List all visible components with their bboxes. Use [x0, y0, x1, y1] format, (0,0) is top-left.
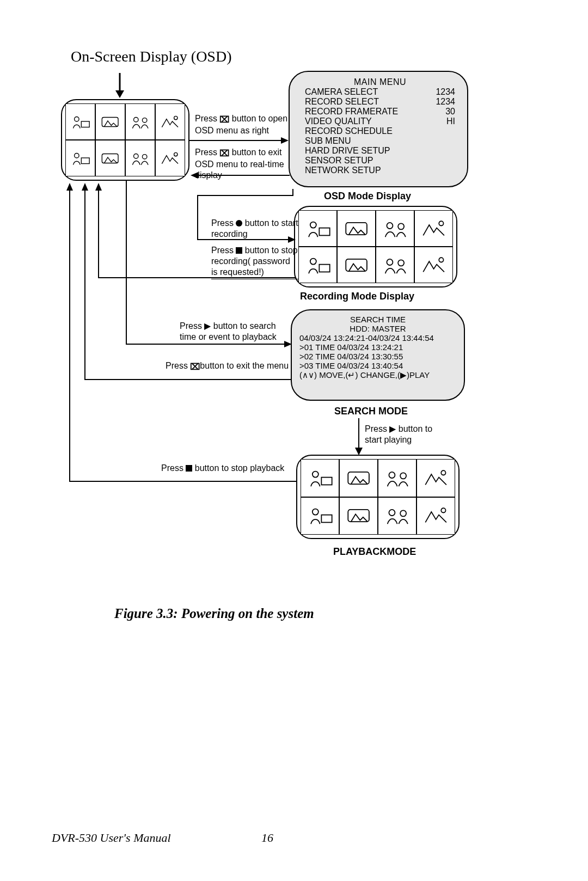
- search-title: SEARCH TIME: [299, 315, 456, 324]
- search-hint: (∧∨) MOVE,(↵) CHANGE,(▶)PLAY: [299, 370, 456, 380]
- svg-rect-41: [321, 515, 332, 523]
- svg-point-37: [389, 472, 395, 478]
- camera-tile: [378, 497, 416, 535]
- svg-point-43: [389, 510, 395, 516]
- svg-point-10: [143, 154, 147, 158]
- svg-point-29: [439, 258, 443, 262]
- menu-row: RECORD SCHEDULE: [305, 126, 455, 136]
- menu-row: VIDEO QUALITYHI: [305, 117, 455, 126]
- section-title: On-Screen Display (OSD): [71, 48, 232, 65]
- arrow-realtime-to-osd: [189, 136, 290, 145]
- search-hdd: HDD: MASTER: [299, 324, 456, 333]
- camera-tile: [65, 140, 95, 176]
- camera-tile: [376, 210, 414, 247]
- menu-row: SENSOR SETUP: [305, 156, 455, 166]
- camera-tile: [125, 103, 155, 140]
- search-line: >03 TIME 04/03/24 13:40:54: [299, 361, 456, 370]
- camera-tile: [301, 497, 339, 535]
- camera-tile: [416, 459, 455, 497]
- page: On-Screen Display (OSD) MAIN MENU CAMERA…: [0, 0, 588, 881]
- svg-rect-35: [321, 477, 332, 485]
- svg-point-9: [134, 154, 138, 158]
- svg-point-24: [310, 258, 316, 264]
- footer-page-number: 16: [261, 831, 273, 845]
- search-line: >02 TIME 04/03/24 13:30:55: [299, 352, 456, 361]
- camera-tile: [298, 247, 337, 283]
- main-menu-title: MAIN MENU: [305, 77, 455, 87]
- search-range: 04/03/24 13:24:21-04/03/24 13:44:54: [299, 333, 456, 342]
- camera-tile: [65, 103, 95, 140]
- svg-point-44: [400, 511, 406, 517]
- camera-tile: [337, 210, 376, 247]
- arrow-playback-to-realtime: [65, 181, 298, 485]
- svg-point-18: [310, 222, 316, 228]
- svg-marker-48: [66, 183, 73, 191]
- camera-tile: [155, 103, 185, 140]
- camera-tile: [414, 210, 453, 247]
- svg-point-6: [75, 153, 79, 157]
- svg-rect-25: [319, 264, 329, 272]
- svg-point-28: [398, 260, 404, 266]
- svg-marker-17: [191, 172, 198, 179]
- svg-rect-7: [82, 157, 90, 163]
- menu-row: NETWORK SETUP: [305, 166, 455, 175]
- svg-rect-1: [82, 121, 90, 127]
- camera-tile: [95, 103, 125, 140]
- camera-tile: [301, 459, 339, 497]
- menu-row: RECORD SELECT1234: [305, 97, 455, 107]
- camera-tile: [339, 497, 378, 535]
- search-mode-box: SEARCH TIME HDD: MASTER 04/03/24 13:24:2…: [291, 309, 465, 401]
- svg-point-27: [387, 259, 393, 265]
- svg-point-4: [143, 118, 147, 122]
- svg-marker-15: [281, 137, 289, 144]
- camera-tile: [376, 247, 414, 283]
- osd-mode-heading: OSD Mode Display: [324, 190, 411, 203]
- arrow-search-to-playback: [353, 418, 364, 456]
- arrow-osd-to-realtime: [189, 171, 290, 180]
- camera-tile: [337, 247, 376, 283]
- svg-marker-47: [355, 448, 363, 455]
- svg-point-22: [398, 223, 404, 229]
- camera-tile: [416, 497, 455, 535]
- menu-row: CAMERA SELECT1234: [305, 87, 455, 97]
- svg-marker-13: [115, 90, 124, 98]
- arrow-down-into-realtime: [114, 73, 125, 99]
- recording-display-screen: [294, 206, 457, 287]
- label-open-osd: Press ⌧ button to open OSD menu as right: [195, 113, 289, 136]
- svg-point-3: [134, 117, 138, 121]
- svg-point-45: [441, 508, 445, 512]
- camera-tile: [95, 140, 125, 176]
- main-menu-box: MAIN MENU CAMERA SELECT1234RECORD SELECT…: [289, 71, 468, 187]
- camera-tile: [414, 247, 453, 283]
- svg-point-5: [174, 116, 177, 119]
- playback-display-screen: [296, 455, 460, 539]
- camera-tile: [155, 140, 185, 176]
- svg-point-21: [387, 222, 393, 228]
- camera-tile: [339, 459, 378, 497]
- realtime-display-screen: [61, 99, 189, 181]
- menu-row: SUB MENU: [305, 136, 455, 146]
- svg-point-38: [400, 473, 406, 479]
- camera-tile: [378, 459, 416, 497]
- recording-mode-heading: Recording Mode Display: [300, 290, 414, 303]
- play-icon: ▶: [389, 424, 396, 433]
- svg-rect-19: [319, 228, 329, 235]
- search-mode-heading: SEARCH MODE: [334, 405, 408, 418]
- camera-tile: [298, 210, 337, 247]
- svg-point-11: [174, 152, 177, 156]
- footer-manual: DVR-530 User's Manual: [52, 831, 171, 845]
- menu-row: HARD DRIVE SETUP: [305, 146, 455, 156]
- camera-tile: [125, 140, 155, 176]
- svg-point-23: [439, 221, 443, 225]
- svg-point-40: [313, 509, 318, 515]
- svg-point-39: [441, 470, 445, 475]
- svg-point-0: [75, 117, 79, 121]
- search-line: >01 TIME 04/03/24 13:24:21: [299, 342, 456, 352]
- figure-caption: Figure 3.3: Powering on the system: [114, 606, 314, 621]
- menu-row: RECORD FRAMERATE30: [305, 107, 455, 117]
- svg-point-34: [313, 471, 318, 477]
- playback-mode-heading: PLAYBACKMODE: [333, 546, 416, 558]
- label-start-playing: Press ▶ button to start playing: [365, 424, 446, 445]
